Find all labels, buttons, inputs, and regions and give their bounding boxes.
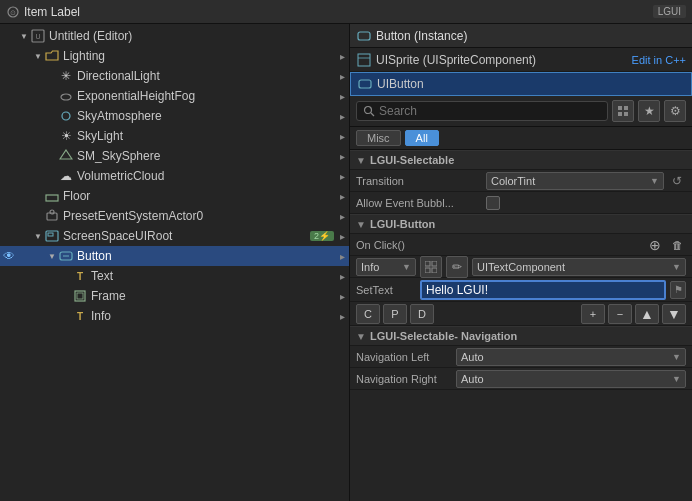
c-btn[interactable]: C <box>356 304 380 324</box>
tree-item-floor[interactable]: Floor ▸ <box>0 186 349 206</box>
info-dropdown-arrow: ▼ <box>402 262 411 272</box>
button-icon <box>58 248 74 264</box>
tree-item-info[interactable]: T Info ▸ <box>0 306 349 326</box>
nav-left-label: Navigation Left <box>356 351 456 363</box>
tree-item-screenuiroot[interactable]: ▼ ScreenSpaceUIRoot 2⚡ ▸ <box>0 226 349 246</box>
badge: 2⚡ <box>310 231 334 241</box>
tree-item-preseteventsystem[interactable]: PresetEventSystemActor0 ▸ <box>0 206 349 226</box>
info-label: Info <box>91 309 338 323</box>
transition-label: Transition <box>356 175 486 187</box>
search-icons: ★ ⚙ <box>612 100 686 122</box>
arrow-right: ▸ <box>340 211 345 222</box>
arrow-right: ▸ <box>340 311 345 322</box>
onclick-delete-btn[interactable]: 🗑 <box>668 236 686 254</box>
button-section-arrow: ▼ <box>356 219 366 230</box>
arrow-right: ▸ <box>340 271 345 282</box>
svg-text:⊙: ⊙ <box>10 9 16 16</box>
eye-placeholder <box>0 29 18 43</box>
nav-left-dropdown[interactable]: Auto ▼ <box>456 348 686 366</box>
eye-placeholder <box>0 49 18 63</box>
arrow-right: ▸ <box>340 151 345 162</box>
settext-flag[interactable]: ⚑ <box>670 281 686 299</box>
eye-placeholder <box>0 149 18 163</box>
settext-input[interactable] <box>426 283 660 297</box>
tree-item-lighting[interactable]: ▼ Lighting ▸ <box>0 46 349 66</box>
transition-reset[interactable]: ↺ <box>668 172 686 190</box>
sky-icon <box>58 108 74 124</box>
uisprite-icon <box>356 52 372 68</box>
top-bar-title: Item Label <box>24 5 653 19</box>
info-text-icon: T <box>72 308 88 324</box>
tree-item-directionallight[interactable]: ✳ DirectionalLight ▸ <box>0 66 349 86</box>
expand-arrow[interactable]: ▼ <box>46 252 58 261</box>
info-dropdown[interactable]: Info ▼ <box>356 258 416 276</box>
expand-arrow[interactable]: ▼ <box>18 32 30 41</box>
svg-point-4 <box>61 94 71 100</box>
all-filter-btn[interactable]: All <box>405 130 439 146</box>
tree-item-volumetriccloud[interactable]: ☁ VolumetricCloud ▸ <box>0 166 349 186</box>
right-header-title: Button (Instance) <box>376 29 686 43</box>
eye-placeholder <box>0 209 18 223</box>
expand-arrow[interactable]: ▼ <box>32 52 44 61</box>
svg-rect-26 <box>425 261 430 266</box>
component-uibutton[interactable]: UIButton <box>350 72 692 96</box>
screenuiroot-label: ScreenSpaceUIRoot <box>63 229 310 243</box>
preseteventsystem-label: PresetEventSystemActor0 <box>63 209 338 223</box>
tree-item-skylight[interactable]: ☀ SkyLight ▸ <box>0 126 349 146</box>
uitextcomponent-dropdown[interactable]: UITextComponent ▼ <box>472 258 686 276</box>
skylight-label: SkyLight <box>77 129 338 143</box>
text-label: Text <box>91 269 338 283</box>
search-input[interactable] <box>379 104 601 118</box>
arrow-right: ▸ <box>340 231 345 242</box>
eye-icon[interactable]: 👁 <box>0 249 18 263</box>
selectable-section-header[interactable]: ▼ LGUI-Selectable <box>350 150 692 170</box>
actor-icon <box>44 208 60 224</box>
star-btn[interactable]: ★ <box>638 100 660 122</box>
component-uisprite[interactable]: UISprite (UISpriteComponent) Edit in C++ <box>350 48 692 72</box>
uibutton-name: UIButton <box>377 77 685 91</box>
selectable-arrow: ▼ <box>356 155 366 166</box>
nav-left-arrow: ▼ <box>672 352 681 362</box>
svg-rect-28 <box>425 268 430 273</box>
transition-dropdown[interactable]: ColorTint ▼ <box>486 172 664 190</box>
tree-item-frame[interactable]: Frame ▸ <box>0 286 349 306</box>
plus-btn[interactable]: + <box>581 304 605 324</box>
tree-item-button[interactable]: 👁 ▼ Button ▸ <box>0 246 349 266</box>
pencil-icon-btn[interactable]: ✏ <box>446 256 468 278</box>
p-btn[interactable]: P <box>383 304 407 324</box>
tree-item-text[interactable]: T Text ▸ <box>0 266 349 286</box>
search-wrap <box>356 101 608 121</box>
button-section-header[interactable]: ▼ LGUI-Button <box>350 214 692 234</box>
d-btn[interactable]: D <box>410 304 434 324</box>
scene-tree: ▼ U Untitled (Editor) ▼ Lighting ▸ <box>0 24 349 501</box>
grid-view-btn[interactable] <box>612 100 634 122</box>
volumetriccloud-label: VolumetricCloud <box>77 169 338 183</box>
down-btn[interactable]: ▼ <box>662 304 686 324</box>
navigation-arrow: ▼ <box>356 331 366 342</box>
expand-arrow[interactable]: ▼ <box>32 232 44 241</box>
selectable-label: LGUI-Selectable <box>370 154 454 166</box>
filter-row: Misc All <box>350 127 692 150</box>
settext-label: SetText <box>356 284 416 296</box>
settext-input-wrap <box>420 280 666 300</box>
svg-point-20 <box>365 107 372 114</box>
minus-btn[interactable]: − <box>608 304 632 324</box>
settext-row: SetText ⚑ <box>350 278 692 302</box>
grid-icon-btn[interactable] <box>420 256 442 278</box>
tree-item-skyatmosphere[interactable]: SkyAtmosphere ▸ <box>0 106 349 126</box>
uitextcomponent-arrow: ▼ <box>672 262 681 272</box>
navigation-section-header[interactable]: ▼ LGUI-Selectable- Navigation <box>350 326 692 346</box>
allow-event-checkbox[interactable] <box>486 196 500 210</box>
tree-item-fog[interactable]: ExponentialHeightFog ▸ <box>0 86 349 106</box>
arrow-right: ▸ <box>340 251 345 262</box>
gear-btn[interactable]: ⚙ <box>664 100 686 122</box>
tree-item-untitled[interactable]: ▼ U Untitled (Editor) <box>0 26 349 46</box>
up-btn[interactable]: ▲ <box>635 304 659 324</box>
tree-item-smskysphere[interactable]: SM_SkySphere ▸ <box>0 146 349 166</box>
right-header: Button (Instance) <box>350 24 692 48</box>
nav-right-dropdown[interactable]: Auto ▼ <box>456 370 686 388</box>
svg-rect-7 <box>46 195 58 201</box>
onclick-add-btn[interactable]: ⊕ <box>646 236 664 254</box>
edit-cpp-uisprite[interactable]: Edit in C++ <box>632 54 686 66</box>
misc-filter-btn[interactable]: Misc <box>356 130 401 146</box>
